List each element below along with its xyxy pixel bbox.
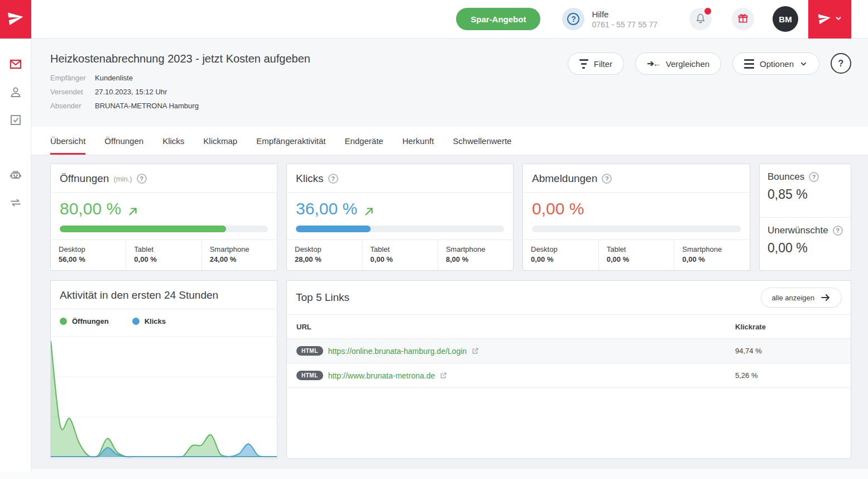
bounces-value: 0,85 %	[768, 187, 843, 202]
sidebar-item-automation[interactable]	[9, 168, 22, 181]
gift-icon	[737, 13, 749, 26]
help-tooltip-icon[interactable]: ?	[137, 174, 147, 184]
chevron-down-icon	[835, 15, 842, 24]
unwanted-value: 0,00 %	[768, 241, 843, 256]
check-square-icon	[9, 119, 22, 128]
device-stat-tablet: Tablet 0,00 %	[598, 240, 674, 270]
card-activity: Aktivität in den ersten 24 Stunden Öffnu…	[50, 280, 277, 459]
html-badge: HTML	[296, 371, 323, 380]
activity-chart	[51, 332, 277, 458]
account-menu-button[interactable]	[808, 0, 851, 39]
trend-up-icon	[363, 203, 375, 215]
click-rate-bar	[296, 226, 504, 232]
help-tooltip-icon[interactable]: ?	[328, 174, 338, 184]
unsubscribe-rate-value: 0,00 %	[532, 199, 584, 218]
person-icon	[9, 91, 22, 100]
title-actions: Filter ➔← Vergleichen Optionen ?	[568, 52, 851, 127]
tab-empfaengeraktivitaet[interactable]: Empfängeraktivität	[256, 127, 325, 155]
menu-icon	[744, 59, 754, 69]
link-rate: 94,74 %	[735, 347, 841, 355]
links-table-header: URL Klickrate	[287, 315, 851, 339]
link-row: HTML http://www.brunata-metrona.de 5,26 …	[287, 363, 851, 388]
mail-icon	[9, 63, 22, 73]
sidebar-item-mailings[interactable]	[9, 58, 22, 71]
swap-arrows-icon	[9, 202, 22, 211]
compare-arrows-icon: ➔←	[647, 59, 660, 69]
notification-badge	[704, 8, 711, 15]
click-rate-value: 36,00 %	[296, 199, 357, 218]
activity-title: Aktivität in den ersten 24 Stunden	[60, 289, 218, 301]
report-tabs: Übersicht Öffnungen Klicks Klickmap Empf…	[31, 127, 868, 155]
device-stat-smartphone: Smartphone 8,00 %	[438, 240, 513, 270]
legend-oeffnungen[interactable]: Öffnungen	[60, 317, 109, 325]
help-circle-icon: ?	[562, 8, 584, 30]
help-tooltip-icon[interactable]: ?	[833, 226, 843, 236]
notifications-button[interactable]	[689, 8, 712, 30]
options-button[interactable]: Optionen	[732, 52, 819, 75]
legend-klicks[interactable]: Klicks	[132, 317, 166, 325]
sidebar-item-contacts[interactable]	[9, 85, 22, 99]
chart-legend: Öffnungen Klicks	[51, 309, 277, 332]
link-url[interactable]: http://www.brunata-metrona.de	[328, 371, 435, 380]
paper-plane-icon	[7, 9, 24, 28]
card-title: Klicks	[296, 173, 324, 185]
card-title: Öffnungen	[60, 173, 109, 185]
card-abmeldungen: Abmeldungen ? 0,00 % Desktop 0,00 %	[522, 164, 750, 271]
link-url[interactable]: https://online.brunata-hamburg.de/Login	[328, 347, 467, 356]
external-link-icon[interactable]	[440, 372, 447, 379]
campaign-header: Heizkostenabrechnung 2023 - jetzt Kosten…	[31, 39, 868, 127]
top-links-title: Top 5 Links	[296, 291, 349, 304]
gift-button[interactable]	[732, 8, 754, 30]
main-area: Heizkostenabrechnung 2023 - jetzt Kosten…	[31, 39, 868, 469]
top-header: Spar-Angebot ? Hilfe 0761 - 55 77 55 77	[0, 0, 868, 39]
tab-klicks[interactable]: Klicks	[162, 127, 184, 155]
tab-schwellenwerte[interactable]: Schwellenwerte	[453, 127, 511, 155]
help-tooltip-icon[interactable]: ?	[809, 172, 819, 182]
card-title: Abmeldungen	[532, 173, 597, 185]
card-bounces: Bounces ? 0,85 % Unerwünschte ? 0,00 %	[759, 164, 851, 271]
html-badge: HTML	[296, 346, 323, 356]
device-stat-smartphone: Smartphone 24,00 %	[202, 240, 277, 270]
tab-herkunft[interactable]: Herkunft	[402, 127, 434, 155]
page-title: Heizkostenabrechnung 2023 - jetzt Kosten…	[50, 52, 310, 65]
bell-icon	[694, 12, 707, 26]
bounces-section: Bounces ? 0,85 %	[760, 164, 851, 217]
tab-uebersicht[interactable]: Übersicht	[50, 127, 85, 155]
meta-row-recipients: Empfänger Kundenliste	[50, 74, 310, 82]
device-stat-tablet: Tablet 0,00 %	[126, 240, 201, 270]
sidebar-item-transactions[interactable]	[9, 196, 22, 209]
help-phone: 0761 - 55 77 55 77	[592, 20, 658, 29]
filter-button[interactable]: Filter	[568, 52, 624, 75]
device-stat-smartphone: Smartphone 0,00 %	[674, 240, 750, 270]
page-help-button[interactable]: ?	[831, 53, 851, 74]
card-title-suffix: (min.)	[113, 175, 132, 183]
tab-klickmap[interactable]: Klickmap	[203, 127, 237, 155]
tab-oeffnungen[interactable]: Öffnungen	[104, 127, 143, 155]
filter-icon	[579, 59, 588, 69]
link-rate: 5,26 %	[735, 371, 841, 380]
device-stat-desktop: Desktop 28,00 %	[287, 240, 362, 270]
links-table: URL Klickrate HTML https://online.brunat…	[287, 315, 851, 388]
chevron-down-icon	[799, 60, 808, 68]
card-oeffnungen: Öffnungen (min.) ? 80,00 %	[50, 164, 277, 271]
external-link-icon[interactable]	[472, 347, 479, 355]
help-tooltip-icon[interactable]: ?	[602, 174, 612, 184]
campaign-meta: Empfänger Kundenliste Versendet 27.10.20…	[50, 74, 310, 110]
help-contact[interactable]: ? Hilfe 0761 - 55 77 55 77	[562, 8, 658, 30]
compare-button[interactable]: ➔← Vergleichen	[635, 52, 721, 75]
avatar[interactable]: BM	[773, 6, 798, 32]
app-logo[interactable]	[0, 0, 31, 39]
unwanted-title: Unerwünschte	[768, 225, 828, 236]
tab-endgeraete[interactable]: Endgeräte	[344, 127, 383, 155]
show-all-links-button[interactable]: alle anzeigen	[761, 288, 842, 308]
sidebar-item-tasks[interactable]	[9, 113, 22, 127]
header-actions: Spar-Angebot ? Hilfe 0761 - 55 77 55 77	[456, 0, 868, 39]
overview-content: Öffnungen (min.) ? 80,00 %	[31, 155, 868, 459]
legend-dot-blue	[132, 318, 140, 325]
trend-up-icon	[127, 203, 139, 215]
legend-dot-green	[60, 318, 67, 325]
open-rate-bar	[60, 226, 268, 232]
arrow-right-icon	[820, 292, 831, 303]
promo-button[interactable]: Spar-Angebot	[456, 8, 540, 30]
bounces-title: Bounces	[768, 171, 804, 183]
